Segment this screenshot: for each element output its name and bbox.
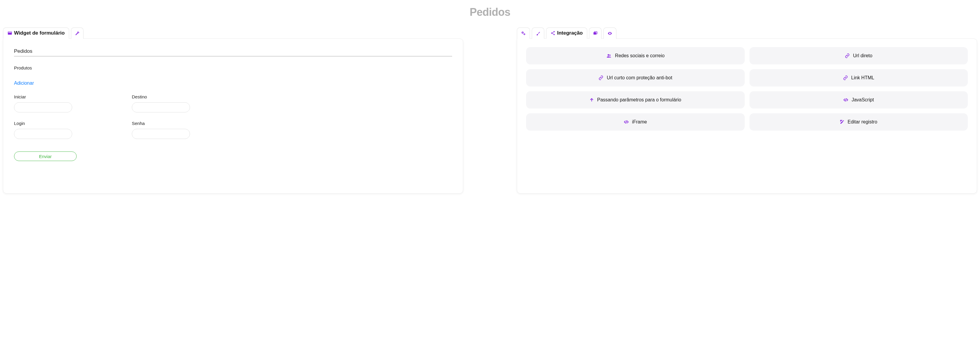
arrow-up-icon — [589, 97, 594, 102]
submit-button[interactable]: Enviar — [14, 151, 76, 161]
svg-rect-1 — [8, 32, 12, 32]
svg-point-13 — [609, 55, 611, 56]
password-label: Senha — [132, 121, 190, 126]
option-html-link[interactable]: Link HTML — [749, 69, 968, 86]
destination-label: Destino — [132, 94, 190, 99]
form-panel: Produtos Adicionar Iniciar Destino Login — [3, 38, 463, 194]
option-label: Editar registro — [848, 119, 877, 125]
tab-form-widget[interactable]: Widget de formulário — [3, 27, 69, 39]
link-icon — [843, 75, 848, 80]
option-label: Passando parâmetros para o formulário — [597, 97, 681, 103]
tab-integration-label: Integração — [557, 30, 583, 36]
tab-settings[interactable] — [517, 27, 530, 39]
form-title-input[interactable] — [14, 47, 452, 56]
option-label: Url direto — [853, 53, 872, 59]
integration-panel: Redes sociais e correio Url direto Url c… — [517, 38, 977, 194]
option-javascript[interactable]: JavaScript — [749, 91, 968, 108]
form-icon — [8, 31, 12, 35]
right-tabs: Integração — [517, 27, 977, 39]
tab-preview[interactable] — [603, 27, 616, 39]
svg-point-6 — [554, 31, 555, 32]
start-input[interactable] — [14, 102, 72, 113]
page-title: Pedidos — [3, 6, 977, 19]
svg-point-12 — [608, 54, 609, 56]
code-icon — [843, 97, 848, 102]
link-icon — [845, 53, 850, 58]
users-icon — [606, 53, 612, 58]
start-label: Iniciar — [14, 94, 72, 99]
option-direct-url[interactable]: Url direto — [749, 47, 968, 64]
destination-input[interactable] — [132, 102, 190, 113]
option-label: iFrame — [632, 119, 647, 125]
svg-point-11 — [609, 33, 611, 34]
option-label: Redes sociais e correio — [615, 53, 665, 59]
option-social-mail[interactable]: Redes sociais e correio — [526, 47, 745, 64]
svg-point-8 — [554, 34, 555, 35]
svg-point-7 — [551, 32, 552, 34]
edit-icon — [840, 119, 845, 124]
option-iframe[interactable]: iFrame — [526, 113, 745, 130]
login-label: Login — [14, 121, 72, 126]
svg-point-5 — [524, 34, 525, 34]
share-icon — [550, 31, 555, 35]
tab-form-widget-label: Widget de formulário — [14, 30, 65, 36]
option-pass-params[interactable]: Passando parâmetros para o formulário — [526, 91, 745, 108]
gears-icon — [521, 31, 526, 36]
login-input[interactable] — [14, 129, 72, 139]
password-input[interactable] — [132, 129, 190, 139]
eye-icon — [607, 31, 612, 36]
tab-integration[interactable]: Integração — [546, 27, 587, 39]
tab-wrench[interactable] — [71, 27, 84, 39]
brush-icon — [536, 31, 540, 36]
svg-point-3 — [522, 32, 523, 33]
option-edit-record[interactable]: Editar registro — [749, 113, 968, 130]
code-icon — [624, 119, 629, 124]
windows-icon — [593, 31, 598, 36]
add-link[interactable]: Adicionar — [14, 81, 34, 86]
left-tabs: Widget de formulário — [3, 27, 463, 39]
link-icon — [598, 75, 604, 80]
tab-windows[interactable] — [589, 27, 601, 39]
option-label: Url curto com proteção anti-bot — [607, 75, 672, 81]
option-label: Link HTML — [851, 75, 874, 81]
option-short-url[interactable]: Url curto com proteção anti-bot — [526, 69, 745, 86]
tab-brush[interactable] — [532, 27, 544, 39]
products-label: Produtos — [14, 65, 452, 70]
option-label: JavaScript — [851, 97, 874, 103]
wrench-icon — [75, 31, 80, 36]
